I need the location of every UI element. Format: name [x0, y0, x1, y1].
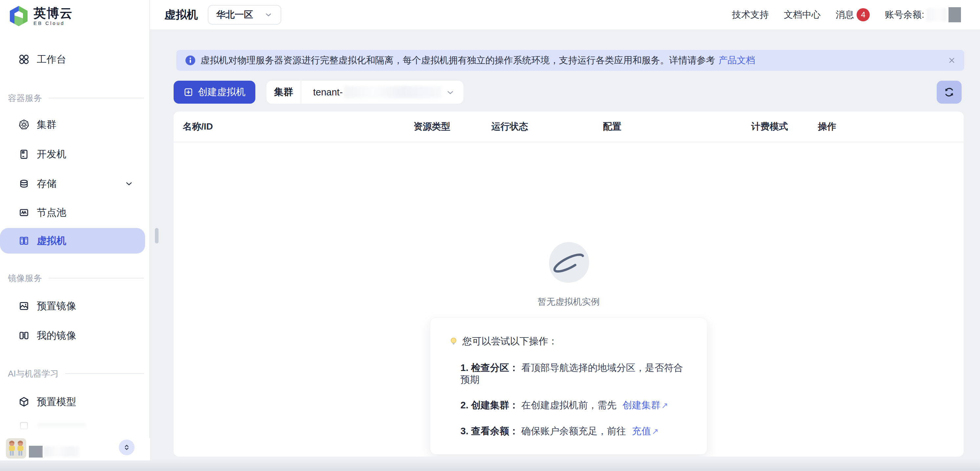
sidebar-item-label: 我的镜像: [37, 329, 76, 343]
section-label: 容器服务: [8, 92, 42, 104]
cluster-selector[interactable]: 集群 tenant-: [267, 81, 463, 104]
info-icon: [185, 55, 196, 66]
column-header-resource-type[interactable]: 资源类型: [414, 121, 491, 133]
vm-table-card: 名称/ID 资源类型 运行状态 配置 计费模式 操作 暂无虚拟机实例: [173, 111, 964, 457]
sidebar-item-cluster[interactable]: 集群: [0, 113, 150, 136]
section-label: 镜像服务: [8, 273, 42, 284]
divider: [301, 81, 301, 104]
sidebar-item-workbench[interactable]: 工作台: [0, 48, 150, 71]
refresh-button[interactable]: [937, 81, 962, 104]
tip-text: 确保账户余额充足，前往: [521, 426, 626, 436]
chevron-down-icon: [264, 11, 273, 19]
section-divider: [65, 373, 144, 374]
sidebar-item-label: 集群: [37, 118, 56, 132]
column-header-billing-mode[interactable]: 计费模式: [751, 121, 818, 133]
vm-racks-icon: [18, 235, 30, 246]
sidebar-item-label: 存储: [37, 177, 56, 190]
tip-label: 3. 查看余额：: [460, 426, 519, 436]
sidebar-item-label: 开发机: [37, 147, 66, 161]
docs-link[interactable]: 文档中心: [784, 8, 821, 21]
tips-card: 您可以尝试以下操作： 1. 检查分区： 看顶部导航选择的地域分区，是否符合预期 …: [430, 317, 707, 455]
tip-item-check-region: 1. 检查分区： 看顶部导航选择的地域分区，是否符合预期: [449, 362, 689, 385]
balance-redacted: [948, 7, 961, 22]
sidebar-section-container-services: 容器服务: [8, 92, 144, 104]
column-header-name-id[interactable]: 名称/ID: [183, 121, 414, 133]
sidebar-item-partial-hidden[interactable]: [0, 414, 150, 437]
brand-cube-icon: [8, 5, 29, 27]
sidebar-item-nodepool[interactable]: 节点池: [0, 201, 150, 224]
support-link[interactable]: 技术支持: [732, 8, 768, 21]
brand-subtitle: EB Cloud: [33, 20, 73, 26]
avatar[interactable]: [6, 438, 26, 458]
external-arrow-icon: ↗: [661, 401, 668, 410]
region-selector[interactable]: 华北一区: [208, 5, 281, 25]
tip-label: 1. 检查分区：: [460, 362, 519, 373]
sidebar-item-preset-models[interactable]: 预置模型: [0, 390, 150, 413]
account-switcher-button[interactable]: [119, 439, 135, 455]
sidebar-item-vm-active[interactable]: 虚拟机: [0, 228, 145, 254]
sidebar-item-preset-images[interactable]: 预置镜像: [0, 295, 150, 317]
tip-text: 在创建虚拟机前，需先: [521, 400, 616, 410]
close-icon[interactable]: [947, 56, 956, 65]
section-divider: [49, 98, 144, 98]
sidebar-item-label: 预置模型: [37, 395, 76, 409]
username-redacted: [29, 446, 43, 458]
messages-count-badge: 4: [857, 8, 870, 21]
sidebar-item-storage[interactable]: 存储: [0, 172, 150, 195]
column-header-actions[interactable]: 操作: [818, 121, 964, 133]
cluster-value-redacted: [344, 86, 442, 98]
workbench-grid-icon: [18, 54, 30, 65]
tip-label: 2. 创建集群：: [460, 400, 519, 410]
scrollbar-thumb[interactable]: [155, 228, 159, 243]
product-docs-link[interactable]: 产品文档: [718, 54, 755, 67]
preset-image-icon: [18, 300, 30, 312]
column-header-run-status[interactable]: 运行状态: [491, 121, 603, 133]
sidebar: 英博云 EB Cloud 工作台 容器服务: [0, 0, 150, 471]
top-bar: 虚拟机 华北一区 技术支持 文档中心 消息 4 账号余额:: [150, 0, 980, 30]
table-empty-body: 暂无虚拟机实例 您可以尝试以下操作： 1. 检查分区： 看顶部导航选择的地域分区: [173, 142, 964, 455]
main-content: 虚拟机对物理服务器资源进行完整虚拟化和隔离，每个虚拟机拥有独立的操作系统环境，支…: [150, 30, 980, 471]
sidebar-item-label: 节点池: [37, 206, 66, 219]
messages-link[interactable]: 消息 4: [835, 8, 870, 21]
column-header-config[interactable]: 配置: [603, 121, 751, 133]
recharge-link[interactable]: 充值: [632, 426, 651, 436]
brand-logo[interactable]: 英博云 EB Cloud: [8, 5, 73, 27]
dev-machine-icon: [18, 149, 30, 160]
table-header-row: 名称/ID 资源类型 运行状态 配置 计费模式 操作: [173, 111, 964, 142]
banner-message: 虚拟机对物理服务器资源进行完整虚拟化和隔离，每个虚拟机拥有独立的操作系统环境，支…: [200, 54, 715, 67]
section-label: AI与机器学习: [8, 368, 59, 379]
tip-item-check-balance: 3. 查看余额： 确保账户余额充足，前往 充值↗: [449, 425, 689, 437]
model-cube-icon: [18, 396, 30, 408]
unfold-icon: [123, 443, 131, 452]
messages-label: 消息: [835, 8, 854, 21]
username-blur: [43, 446, 80, 457]
sidebar-section-ai-ml: AI与机器学习: [8, 368, 144, 379]
section-divider: [49, 278, 144, 279]
cluster-label: 集群: [267, 86, 301, 99]
window-bottom-strip: [0, 460, 980, 471]
sidebar-item-label: 预置镜像: [37, 300, 76, 313]
sidebar-item-devmachine[interactable]: 开发机: [0, 143, 150, 166]
my-image-icon: [18, 330, 30, 341]
tip-item-create-cluster: 2. 创建集群： 在创建虚拟机前，需先 创建集群↗: [449, 399, 689, 411]
create-vm-label: 创建虚拟机: [198, 86, 245, 99]
node-pool-icon: [18, 207, 30, 218]
chevron-down-icon: [446, 88, 455, 97]
create-cluster-link[interactable]: 创建集群: [622, 400, 660, 410]
balance-blur: [926, 8, 947, 21]
create-vm-button[interactable]: 创建虚拟机: [173, 81, 255, 104]
sidebar-item-my-images[interactable]: 我的镜像: [0, 324, 150, 347]
hidden-item-blur: [37, 423, 86, 429]
empty-planet-icon: [546, 239, 592, 285]
lightbulb-icon: [449, 336, 458, 346]
toolbar: 创建虚拟机 集群 tenant-: [173, 81, 962, 104]
storage-database-icon: [18, 178, 30, 189]
tips-title: 您可以尝试以下操作：: [463, 335, 558, 348]
page-title: 虚拟机: [164, 7, 198, 22]
chevron-down-icon: [124, 179, 134, 188]
sidebar-section-image-services: 镜像服务: [8, 273, 144, 284]
brand-name: 英博云: [33, 6, 73, 20]
cluster-value-prefix: tenant-: [313, 87, 343, 98]
balance-label: 账号余额:: [885, 8, 924, 21]
region-value: 华北一区: [216, 8, 253, 21]
